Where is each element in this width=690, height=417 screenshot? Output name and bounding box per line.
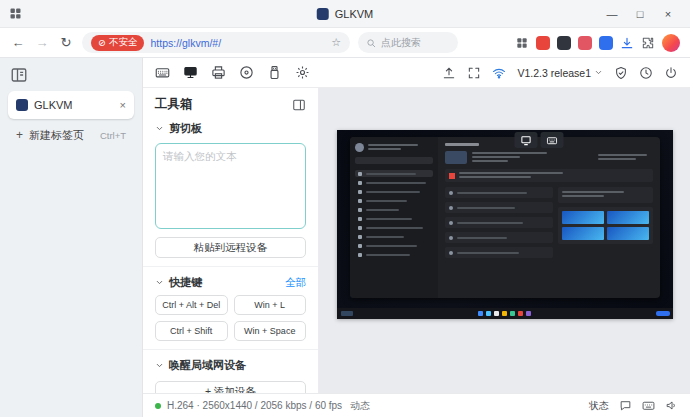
usb-device-icon[interactable] [267, 65, 282, 80]
url-text: https://glkvm/#/ [150, 37, 221, 49]
search-icon [366, 38, 376, 48]
shortcut-button[interactable]: Ctrl + Alt + Del [155, 295, 228, 315]
security-badge-label: 不安全 [109, 36, 138, 49]
remote-nav-item [355, 170, 433, 177]
vertical-tabs-sidebar: GLKVM × + 新建标签页 Ctrl+T [0, 58, 142, 417]
glkvm-favicon [16, 99, 28, 111]
browser-tab[interactable]: GLKVM [317, 0, 374, 27]
chevron-down-icon [155, 124, 164, 133]
minimize-button[interactable]: — [598, 0, 626, 28]
address-bar[interactable]: ⊘ 不安全 https://glkvm/#/ ☆ [82, 32, 350, 53]
extension-icon[interactable] [578, 36, 592, 50]
tab-item-label: GLKVM [34, 99, 73, 111]
printer-icon[interactable] [211, 65, 226, 80]
app-toolbar-right: V1.2.3 release1 [442, 66, 678, 80]
keyboard-icon[interactable] [155, 65, 170, 80]
new-tab-button[interactable]: + 新建标签页 Ctrl+T [8, 122, 134, 148]
remote-nav-item [355, 242, 433, 249]
remote-nav-item [355, 197, 433, 204]
remote-settings-search [355, 157, 433, 164]
remote-nav-item [355, 251, 433, 258]
toolbox-title: 工具箱 [155, 96, 193, 113]
maximize-button[interactable]: □ [626, 0, 654, 28]
shortcuts-section-title: 快捷键 [169, 275, 202, 290]
remote-taskbar [337, 308, 673, 319]
chevron-down-icon [155, 361, 164, 370]
chat-icon[interactable] [619, 399, 632, 412]
overlay-keyboard-button[interactable] [540, 132, 563, 148]
volume-icon[interactable] [665, 399, 678, 412]
section-divider [143, 349, 318, 350]
remote-desktop-view[interactable] [337, 130, 673, 319]
refresh-button[interactable]: ↻ [58, 35, 74, 50]
remote-themes-card [558, 207, 652, 244]
display-icon[interactable] [183, 65, 198, 80]
close-tab-icon[interactable]: × [120, 99, 126, 111]
add-device-button[interactable]: + 添加设备 [155, 381, 306, 393]
window-controls: — □ × [598, 0, 682, 28]
remote-info-card [558, 187, 652, 203]
app-main: 工具箱 剪切板 粘贴到远程设备 快捷键 全部 [143, 88, 690, 393]
search-placeholder: 点此搜索 [381, 36, 421, 50]
keyboard-icon[interactable] [642, 399, 655, 412]
keyboard-icon [546, 135, 557, 146]
browser-toolbar: ← → ↻ ⊘ 不安全 https://glkvm/#/ ☆ 点此搜索 [0, 28, 690, 58]
extension-icon[interactable] [536, 36, 550, 50]
shield-check-icon[interactable] [614, 66, 628, 80]
extension-icon[interactable] [599, 36, 613, 50]
shortcut-button[interactable]: Ctrl + Shift [155, 321, 228, 341]
monitor-icon [520, 135, 531, 146]
extensions-puzzle-icon[interactable] [641, 36, 655, 50]
clock-icon[interactable] [639, 66, 653, 80]
power-icon[interactable] [664, 66, 678, 80]
remote-display-area [319, 88, 690, 393]
extensions-area [515, 34, 680, 52]
collapse-panel-icon[interactable] [292, 98, 306, 112]
remote-setting-row [445, 217, 554, 228]
shortcut-button[interactable]: Win + L [234, 295, 307, 315]
connection-status-dot [155, 403, 161, 409]
extension-icon[interactable] [557, 36, 571, 50]
bookmark-star-icon[interactable]: ☆ [331, 36, 341, 49]
wifi-icon[interactable] [492, 66, 506, 80]
remote-settings-content [438, 137, 660, 298]
stream-mode-label[interactable]: 动态 [350, 399, 370, 413]
clipboard-input[interactable] [155, 143, 306, 229]
downloads-icon[interactable] [620, 36, 634, 50]
plus-icon: + [16, 128, 23, 142]
browser-window: GLKVM — □ × ← → ↻ ⊘ 不安全 https://glkvm/#/… [0, 0, 690, 417]
tab-item-glkvm[interactable]: GLKVM × [8, 91, 134, 119]
search-box[interactable]: 点此搜索 [358, 32, 458, 53]
upload-icon[interactable] [442, 66, 456, 80]
remote-banner-card [445, 169, 653, 182]
apps-grid-icon[interactable] [515, 36, 529, 50]
remote-nav-item [355, 188, 433, 195]
shortcut-buttons-grid: Ctrl + Alt + Del Win + L Ctrl + Shift Wi… [155, 295, 306, 341]
remote-nav-item [355, 224, 433, 231]
forward-button[interactable]: → [34, 35, 50, 50]
close-button[interactable]: × [654, 0, 682, 28]
browser-titlebar: GLKVM — □ × [0, 0, 690, 28]
fullscreen-icon[interactable] [467, 66, 481, 80]
shortcuts-section-header[interactable]: 快捷键 全部 [155, 275, 306, 290]
remote-nav-item [355, 215, 433, 222]
paste-to-remote-button[interactable]: 粘贴到远程设备 [155, 237, 306, 258]
vertical-tabs-icon[interactable] [10, 66, 28, 84]
remote-nav-item [355, 179, 433, 186]
settings-gear-icon[interactable] [295, 65, 310, 80]
security-badge[interactable]: ⊘ 不安全 [91, 35, 144, 51]
chevron-down-icon [594, 68, 603, 77]
profile-avatar[interactable] [662, 34, 680, 52]
disc-icon[interactable] [239, 65, 254, 80]
status-label[interactable]: 状态 [589, 399, 609, 413]
remote-nav-item [355, 206, 433, 213]
remote-nav-item [355, 233, 433, 240]
version-dropdown[interactable]: V1.2.3 release1 [517, 67, 603, 79]
wake-on-lan-section-header[interactable]: 唤醒局域网设备 [155, 358, 306, 373]
back-button[interactable]: ← [10, 35, 26, 50]
shortcuts-all-link[interactable]: 全部 [285, 276, 306, 290]
shortcut-button[interactable]: Win + Space [234, 321, 307, 341]
remote-setting-row [445, 247, 554, 258]
overlay-display-button[interactable] [514, 132, 537, 148]
clipboard-section-header[interactable]: 剪切板 [155, 121, 306, 136]
